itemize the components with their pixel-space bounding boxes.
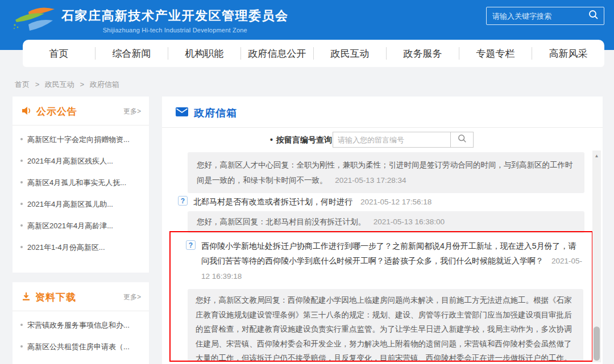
message-number-input[interactable] (333, 132, 450, 147)
scrollbar-up-arrow-icon[interactable]: ▲ (592, 150, 601, 158)
announcements-title: 公示公告 (36, 105, 123, 118)
reply-timestamp: 2021-05-13 17:28:34 (335, 176, 406, 185)
reply-message: 您好，高新区人才中心回复：全职为刚性，兼职为柔性；引进时间是签订劳动合同的时间，… (188, 152, 584, 193)
brand-block: 石家庄高新技术产业开发区管理委员会 Shijiazhuang Hi-tech I… (61, 7, 289, 34)
reply-text: 您好，高新区回复：北郄马村目前没有拆迁计划。 (197, 217, 366, 226)
announcements-header: 公示公告 更多> (13, 97, 149, 125)
mailbox-panel: 政府信箱 按留言编号查询 您好，高新区人才中心回复：全职为刚性，兼职为柔性；引进… (162, 97, 603, 364)
breadcrumb-section[interactable]: 政民互动 (45, 80, 74, 89)
site-subtitle: Shijiazhuang Hi-tech Industrial Developm… (61, 27, 289, 34)
nav-item-highlights[interactable]: 高新风采 (532, 47, 604, 60)
nav-item-info-disclosure[interactable]: 政府信息公开 (241, 47, 313, 60)
question-text: 西仰陵小学新地址处拆迁户协商工作进行到哪一步了？之前新闻都说4月份开工新址，现在… (201, 241, 576, 265)
question-row[interactable]: ? 北郄马村是否有改造或者拆迁计划，何时进行 2021-05-12 17:56:… (178, 194, 582, 210)
mailbox-header: 政府信箱 (162, 97, 603, 128)
reply-message: 您好，高新区回复：北郄马村目前没有拆迁计划。 2021-05-13 16:38:… (188, 211, 584, 233)
question-timestamp: 2021-05-12 17:56:18 (360, 198, 432, 206)
downloads-more-link[interactable]: 更多> (123, 292, 141, 302)
message-number-search-button[interactable] (450, 132, 473, 147)
breadcrumb-current: 政府信箱 (90, 80, 119, 89)
announcement-item[interactable]: 高新区4月孤儿和事实无人抚... (19, 172, 143, 194)
question-text: 北郄马村是否有改造或者拆迁计划，何时进行 (193, 197, 352, 206)
breadcrumb-separator: > (80, 80, 84, 89)
search-icon (588, 10, 599, 22)
scrollbar-thumb[interactable] (594, 327, 600, 361)
downloads-list: 宋营镇政务服务事项信息和办... 高新区公共租赁住房申请表（... 企业申请缓缴… (13, 315, 149, 364)
envelope-icon (176, 107, 188, 119)
breadcrumb-home[interactable]: 首页 (15, 80, 30, 89)
header-search-input[interactable] (487, 12, 583, 20)
nav-item-home[interactable]: 首页 (23, 47, 95, 60)
site-title: 石家庄高新技术产业开发区管理委员会 (61, 7, 289, 24)
reply-timestamp: 2021-05-13 16:38:00 (374, 217, 445, 226)
announcement-item[interactable]: 2021年4月高新区孤儿助... (19, 194, 143, 215)
downloads-header: 资料下载 更多> (13, 282, 149, 311)
nav-item-interaction[interactable]: 政民互动 (314, 47, 386, 60)
question-mark-icon: ? (178, 196, 188, 206)
download-icon (22, 292, 31, 303)
header-search-button[interactable] (583, 7, 604, 24)
nav-item-news[interactable]: 综合新闻 (96, 47, 168, 60)
downloads-title: 资料下载 (35, 291, 123, 304)
highlighted-message-block: ? 西仰陵小学新地址处拆迁户协商工作进行到哪一步了？之前新闻都说4月份开工新址，… (169, 231, 593, 362)
download-item[interactable]: 高新区公共租赁住房申请表（... (19, 336, 143, 358)
breadcrumb-separator: > (35, 80, 40, 89)
announcements-panel: 公示公告 更多> 高新区红十字会定向捐赠物资... 2021年4月高新区残疾人.… (13, 97, 149, 273)
question-mark-icon: ? (186, 240, 196, 250)
nav-item-functions[interactable]: 机构职能 (168, 47, 240, 60)
announcement-item[interactable]: 高新区2021年4月高龄津... (19, 215, 143, 237)
downloads-panel: 资料下载 更多> 宋营镇政务服务事项信息和办... 高新区公共租赁住房申请表（.… (13, 282, 149, 364)
search-icon (458, 134, 467, 145)
nav-item-special-topics[interactable]: 专题专栏 (459, 47, 532, 60)
announcement-item[interactable]: 2021年1-4月份高新区... (19, 237, 143, 258)
thread-scrollbar[interactable]: ▲ (592, 150, 601, 362)
query-by-number-label: 按留言编号查询 (270, 135, 332, 145)
download-item[interactable]: 宋营镇政务服务事项信息和办... (19, 315, 143, 336)
reply-message: 您好，高新区文教局回复：西仰陵配建小学因地上临建房问题尚未解决，目前施工方无法进… (188, 289, 583, 362)
breadcrumb: 首页 > 政民互动 > 政府信箱 (15, 80, 123, 90)
reply-text: 您好，高新区文教局回复：西仰陵配建小学因地上临建房问题尚未解决，目前施工方无法进… (196, 296, 572, 362)
header-search (486, 7, 604, 25)
announcement-item[interactable]: 高新区红十字会定向捐赠物资... (19, 129, 143, 150)
announcements-more-link[interactable]: 更多> (123, 107, 141, 116)
site-logo-icon (11, 5, 58, 35)
announcements-list: 高新区红十字会定向捐赠物资... 2021年4月高新区残疾人... 高新区4月孤… (13, 129, 149, 258)
nav-item-services[interactable]: 政务服务 (387, 47, 459, 60)
message-number-search (333, 132, 474, 148)
speaker-icon (22, 106, 32, 118)
download-item[interactable]: 企业申请缓缴社会保险费办法... (19, 358, 143, 364)
question-row[interactable]: ? 西仰陵小学新地址处拆迁户协商工作进行到哪一步了？之前新闻都说4月份开工新址，… (186, 239, 584, 284)
announcement-item[interactable]: 2021年4月高新区残疾人... (19, 150, 143, 172)
mailbox-title: 政府信箱 (194, 106, 237, 120)
main-navigation: 首页 综合新闻 机构职能 政府信息公开 政民互动 政务服务 专题专栏 高新风采 (23, 40, 604, 67)
